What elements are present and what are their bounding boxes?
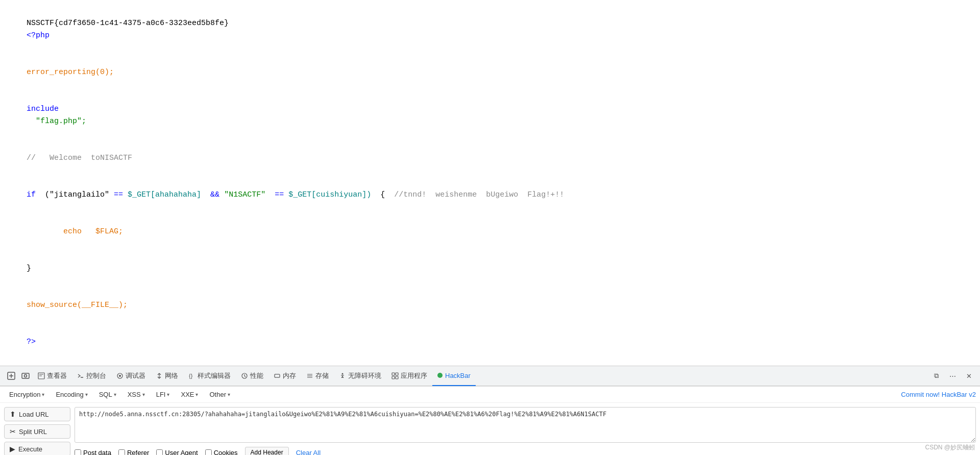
tab-memory[interactable]: 内存 xyxy=(268,366,301,386)
tab-performance[interactable]: 性能 xyxy=(236,366,268,386)
url-input[interactable] xyxy=(75,407,976,443)
load-url-icon: ⬆ xyxy=(10,410,16,418)
devtools-dock-button[interactable]: ⧉ xyxy=(929,369,943,383)
load-url-button[interactable]: ⬆ Load URL xyxy=(4,407,70,421)
cookies-checkbox[interactable] xyxy=(205,449,212,456)
svg-rect-10 xyxy=(392,373,395,375)
referer-checkbox[interactable] xyxy=(118,449,125,456)
code-line-4: // Welcome toNISACTF xyxy=(8,140,972,177)
svg-rect-11 xyxy=(396,373,398,375)
code-line-8: show_source(__FILE__); xyxy=(8,287,972,324)
tab-console[interactable]: 控制台 xyxy=(72,366,111,386)
svg-rect-13 xyxy=(396,376,398,379)
tab-application[interactable]: 应用程序 xyxy=(386,366,432,386)
split-url-button[interactable]: ✂ Split URL xyxy=(4,424,70,439)
clear-all-link[interactable]: Clear All xyxy=(296,449,321,456)
code-line-2: error_reporting(0); xyxy=(8,54,972,91)
menu-sql[interactable]: SQL ▾ xyxy=(94,389,121,400)
sql-caret-icon: ▾ xyxy=(114,392,116,397)
cookies-checkbox-label[interactable]: Cookies xyxy=(205,449,238,456)
menu-other[interactable]: Other ▾ xyxy=(204,389,235,400)
encoding-caret-icon: ▾ xyxy=(85,392,88,397)
encryption-caret-icon: ▾ xyxy=(42,392,44,397)
hackbar-right-area: Post data Referer User Agent Cookies Add… xyxy=(75,407,976,455)
devtools-toolbar: 查看器 控制台 调试器 网络 {} 样式编辑器 性能 内存 存储 无障碍环境 应… xyxy=(0,366,980,386)
svg-rect-1 xyxy=(22,373,29,378)
user-agent-checkbox[interactable] xyxy=(156,449,163,456)
code-line-6: echo $FLAG; xyxy=(8,213,972,250)
commit-text: Commit now! HackBar v2 xyxy=(901,391,976,398)
code-line-7: } xyxy=(8,250,972,287)
tab-hackbar[interactable]: HackBar xyxy=(432,366,476,386)
devtools-screenshot-button[interactable] xyxy=(18,369,33,383)
watermark-text: CSDN @妙尻蛐蚓 xyxy=(925,443,975,452)
svg-rect-12 xyxy=(392,376,395,379)
menu-encoding[interactable]: Encoding ▾ xyxy=(51,389,92,400)
execute-icon: ▶ xyxy=(10,445,15,453)
hackbar-menu: Encryption ▾ Encoding ▾ SQL ▾ XSS ▾ LFI … xyxy=(0,387,980,403)
svg-rect-8 xyxy=(275,374,280,377)
menu-lfi[interactable]: LFI ▾ xyxy=(151,389,175,400)
menu-xxe[interactable]: XXE ▾ xyxy=(176,389,203,400)
xss-caret-icon: ▾ xyxy=(142,392,145,397)
tab-inspector[interactable]: 查看器 xyxy=(33,366,72,386)
split-url-icon: ✂ xyxy=(10,427,16,436)
menu-encryption[interactable]: Encryption ▾ xyxy=(4,389,50,400)
hackbar-panel: Encryption ▾ Encoding ▾ SQL ▾ XSS ▾ LFI … xyxy=(0,386,980,455)
code-line-3: include "flag.php"; xyxy=(8,91,972,140)
svg-text:{}: {} xyxy=(189,373,193,379)
devtools-more-button[interactable]: ⋯ xyxy=(945,369,960,383)
user-agent-checkbox-label[interactable]: User Agent xyxy=(156,449,198,456)
referer-checkbox-label[interactable]: Referer xyxy=(118,449,149,456)
svg-point-2 xyxy=(24,375,27,377)
other-caret-icon: ▾ xyxy=(228,392,230,397)
checkboxes-row: Post data Referer User Agent Cookies Add… xyxy=(75,447,976,455)
hackbar-body: ⬆ Load URL ✂ Split URL ▶ Execute Post da… xyxy=(0,403,980,455)
lfi-caret-icon: ▾ xyxy=(167,392,169,397)
add-header-button[interactable]: Add Header xyxy=(245,447,289,455)
post-data-checkbox[interactable] xyxy=(75,449,81,456)
hackbar-left-buttons: ⬆ Load URL ✂ Split URL ▶ Execute xyxy=(4,407,70,455)
tab-network[interactable]: 网络 xyxy=(151,366,183,386)
hackbar-dot-icon xyxy=(437,373,443,378)
tab-style-editor[interactable]: {} 样式编辑器 xyxy=(183,366,236,386)
svg-point-5 xyxy=(119,375,121,377)
xxe-caret-icon: ▾ xyxy=(195,392,198,397)
post-data-checkbox-label[interactable]: Post data xyxy=(75,449,111,456)
menu-xss[interactable]: XSS ▾ xyxy=(122,389,150,400)
code-line-5: if ("jitanglailo" == $_GET[ahahahaha] &&… xyxy=(8,177,972,213)
svg-point-9 xyxy=(342,373,344,375)
tab-debugger[interactable]: 调试器 xyxy=(111,366,151,386)
code-display: NSSCTF{cd7f3650-1c41-4375-a0c6-3323eed5b… xyxy=(0,0,980,366)
code-line-1: NSSCTF{cd7f3650-1c41-4375-a0c6-3323eed5b… xyxy=(8,5,972,54)
tab-storage[interactable]: 存储 xyxy=(301,366,334,386)
tab-accessibility[interactable]: 无障碍环境 xyxy=(334,366,386,386)
execute-button[interactable]: ▶ Execute xyxy=(4,442,70,455)
devtools-right-buttons: ⧉ ⋯ ✕ xyxy=(929,369,976,383)
devtools-close-button[interactable]: ✕ xyxy=(962,369,976,383)
code-line-9: ?> xyxy=(8,324,972,361)
devtools-pick-button[interactable] xyxy=(4,369,18,383)
